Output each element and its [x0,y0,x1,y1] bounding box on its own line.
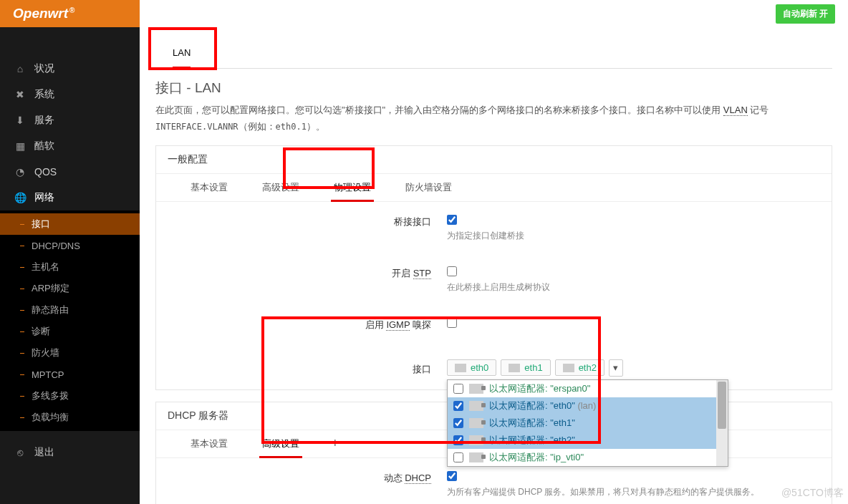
bridge-checkbox[interactable] [447,215,457,225]
desc-text: （例如： [238,121,276,132]
subnav-label: 多线多拨 [32,389,69,402]
brand-trademark: ® [69,6,74,14]
dropdown-option[interactable]: 以太网适配器: "ip_vti0" [448,449,728,466]
dropdown-option[interactable]: 以太网适配器: "eth0" (lan) [448,397,728,415]
download-icon: ⬇ [14,115,26,126]
pill-eth0[interactable]: eth0 [447,359,496,376]
sidebar: Openwrt® ⌂状况 ✖系统 ⬇服务 ▦酷软 ◔QOS 🌐网络 接口 DHC… [0,0,140,504]
tools-icon: ✖ [14,89,26,100]
stp-link[interactable]: STP [413,268,431,279]
subnav-mwan[interactable]: 多线多拨 [0,385,140,407]
pill-eth1[interactable]: eth1 [501,359,550,376]
igmp-checkbox[interactable] [447,318,457,328]
subnav-interfaces[interactable]: 接口 [0,213,140,235]
pill-label: eth2 [579,362,597,373]
logout-icon: ⎋ [14,447,26,458]
subnav-label: 诊断 [32,325,50,338]
subnav-firewall[interactable]: 防火墙 [0,342,140,364]
nic-icon [469,435,483,445]
subnav-label: 接口 [32,218,50,231]
nic-icon [509,364,520,372]
label-text: 开启 [392,268,413,278]
nic-icon [469,384,483,394]
option-label: 以太网适配器: "ip_vti0" [489,451,584,464]
auto-refresh-button[interactable]: 自动刷新 开 [776,4,835,24]
vlan-notation: INTERFACE.VLANNR [155,122,238,132]
dhcp-tab-basic[interactable]: 基本设置 [173,430,245,457]
subnav-mptcp[interactable]: MPTCP [0,364,140,385]
pill-eth2[interactable]: eth2 [555,359,604,376]
tab-advanced[interactable]: 高级设置 [245,174,317,201]
nav-services[interactable]: ⬇服务 [0,107,140,133]
desc-text: 在此页面，您可以配置网络接口。您可以勾选"桥接接口"，并输入由空格分隔的多个网络… [155,105,723,115]
subnav-dhcpdns[interactable]: DHCP/DNS [0,235,140,256]
interface-dropdown[interactable]: 以太网适配器: "erspan0" 以太网适配器: "eth0" (lan) 以… [447,379,728,467]
nic-icon [563,364,574,372]
home-icon: ⌂ [14,63,26,74]
dropdown-option[interactable]: 以太网适配器: "eth1" [448,415,728,432]
option-label: 以太网适配器: "erspan0" [489,382,590,395]
subnav-arp[interactable]: ARP绑定 [0,278,140,299]
pill-label: eth0 [471,362,488,373]
dhcp-tab-advanced[interactable]: 高级设置 [245,430,317,457]
label-text: 启用 [365,319,387,330]
tab-physical[interactable]: 物理设置 [317,174,388,201]
nav-status[interactable]: ⌂状况 [0,56,140,82]
subnav-hostnames[interactable]: 主机名 [0,256,140,278]
option-label: 以太网适配器: "eth1" [489,417,575,430]
sub-nav: 接口 DHCP/DNS 主机名 ARP绑定 静态路由 诊断 防火墙 MPTCP … [0,210,140,431]
tab-basic[interactable]: 基本设置 [173,174,245,201]
dhcp-tab-ipv6[interactable]: I [317,430,354,457]
nav-label: 状况 [34,62,54,75]
scrollbar-thumb[interactable] [718,382,726,429]
stp-hint: 在此桥接上启用生成树协议 [447,281,832,294]
nav-qos[interactable]: ◔QOS [0,159,140,185]
content: LAN 接口 - LAN 在此页面，您可以配置网络接口。您可以勾选"桥接接口"，… [140,27,848,504]
pill-label: eth1 [524,362,542,373]
dropdown-option[interactable]: 以太网适配器: "erspan0" [448,380,728,397]
bridge-label: 桥接接口 [156,215,447,229]
vlan-link[interactable]: VLAN [723,105,748,116]
desc-text: 记号 [748,105,769,115]
nav-label: 退出 [34,446,54,459]
nav: ⌂状况 ✖系统 ⬇服务 ▦酷软 ◔QOS 🌐网络 接口 DHCP/DNS 主机名… [0,27,140,465]
nav-label: 服务 [34,114,54,127]
nav-logout[interactable]: ⎋退出 [0,440,140,465]
subnav-routes[interactable]: 静态路由 [0,299,140,321]
nic-icon [469,418,483,428]
nav-koolshare[interactable]: ▦酷软 [0,133,140,159]
general-config-title: 一般配置 [156,146,832,173]
tab-firewall[interactable]: 防火墙设置 [388,174,469,201]
nav-network[interactable]: 🌐网络 [0,185,140,210]
stp-checkbox[interactable] [447,266,457,276]
interface-label: 接口 [156,359,447,377]
igmp-label: 启用 IGMP 嗅探 [156,318,447,332]
igmp-link[interactable]: IGMP [386,319,410,331]
subnav-label: 负载均衡 [32,411,69,424]
globe-icon: 🌐 [14,192,26,203]
option-checkbox[interactable] [453,418,463,428]
nav-label: 系统 [34,88,54,101]
nic-icon [469,452,483,462]
label-text: 嗅探 [410,319,431,330]
dhcp-link[interactable]: DHCP [405,472,431,484]
topbar: 自动刷新 开 [140,0,848,27]
subnav-loadbalance[interactable]: 负载均衡 [0,407,140,428]
dyndhcp-hint: 为所有客户端提供 DHCP 服务。如果禁用，将只对具有静态租约的客户提供服务。 [447,486,832,498]
option-checkbox[interactable] [453,435,463,445]
stp-label: 开启 STP [156,266,447,281]
option-checkbox[interactable] [453,452,463,462]
general-config-box: 一般配置 基本设置 高级设置 物理设置 防火墙设置 桥接接口 为指定接口创建桥接… [155,145,832,390]
tab-lan[interactable]: LAN [155,32,208,68]
interface-pills: eth0 eth1 eth2 ▾ [447,359,623,377]
option-checkbox[interactable] [453,384,463,394]
interface-dropdown-toggle[interactable]: ▾ [609,359,623,377]
dyndhcp-checkbox[interactable] [447,471,457,481]
brand-text: Openwrt [13,6,68,21]
subnav-diagnostics[interactable]: 诊断 [0,321,140,342]
dropdown-option[interactable]: 以太网适配器: "eth2" [448,432,728,449]
nav-system[interactable]: ✖系统 [0,82,140,107]
option-checkbox[interactable] [453,401,463,411]
dropdown-scrollbar[interactable] [716,380,728,466]
nav-label: 网络 [34,191,54,204]
